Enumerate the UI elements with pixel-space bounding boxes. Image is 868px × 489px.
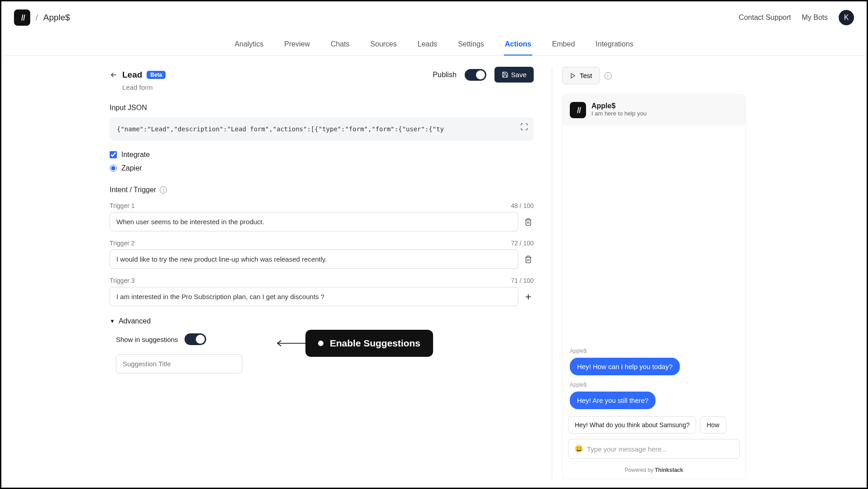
tab-chats[interactable]: Chats [330,34,351,55]
show-suggestions-toggle[interactable] [185,333,206,345]
publish-toggle[interactable] [465,69,486,81]
chat-widget: Apple$ I am here to help you Apple$ Hey!… [562,94,746,479]
chat-header: Apple$ I am here to help you [563,95,745,125]
disclosure-icon: ▼ [110,318,115,324]
trigger-3-label: Trigger 3 [110,277,135,284]
intent-label: Intent / Trigger [110,186,156,194]
editor-column: Lead Beta Publish Save Lead form Input J… [110,67,552,479]
integrate-checkbox[interactable] [110,151,117,158]
zapier-label: Zapier [121,164,142,172]
trigger-1-count: 48 / 100 [511,202,534,209]
chat-logo [570,102,586,118]
callout-text: Enable Suggestions [330,338,420,349]
topbar-left: / Apple$ [14,9,70,26]
action-subtitle: Lead form [122,83,534,91]
tab-integrations[interactable]: Integrations [595,34,634,55]
tab-analytics[interactable]: Analytics [234,34,264,55]
chat-subtitle: I am here to help you [591,110,646,117]
trigger-2: Trigger 2 72 / 100 [110,240,534,269]
chat-bubble-1: Hey! How can I help you today? [570,358,680,375]
chat-body: Apple$ Hey! How can I help you today? Ap… [563,125,745,416]
app-logo[interactable] [14,9,30,26]
my-bots-link[interactable]: My Bots [802,14,828,22]
test-info-icon[interactable]: i [605,72,612,79]
integrate-label: Integrate [121,151,150,159]
publish-label: Publish [433,71,456,79]
main: Lead Beta Publish Save Lead form Input J… [1,56,867,479]
advanced-toggle[interactable]: ▼ Advanced [110,317,534,325]
action-header: Lead Beta Publish Save [110,67,534,83]
chat-input-row: 😀 Type your message here... [563,434,745,464]
save-button[interactable]: Save [494,67,534,83]
trigger-add[interactable] [523,291,534,302]
trash-icon [524,255,532,263]
emoji-icon[interactable]: 😀 [575,445,583,453]
action-title: Lead [122,70,142,80]
suggestions-row: Show in suggestions Enable Suggestions [116,333,534,345]
chat-sender-2: Apple$ [570,382,738,388]
svg-marker-1 [571,73,575,78]
input-json-label: Input JSON [110,104,534,112]
contact-support-link[interactable]: Contact Support [739,14,791,22]
trash-icon [524,218,532,226]
trigger-2-input[interactable] [110,249,518,269]
tab-sources[interactable]: Sources [369,34,398,55]
suggestion-title-input[interactable] [116,354,242,374]
chat-bubble-2: Hey! Are you still there? [570,392,656,409]
test-button-label: Test [580,72,592,79]
zapier-radio[interactable] [110,165,117,172]
tab-leads[interactable]: Leads [417,34,439,55]
expand-icon[interactable] [520,123,528,131]
json-value: {"name":"Lead","description":"Lead form"… [117,125,444,133]
trigger-1-delete[interactable] [523,217,534,227]
advanced-label: Advanced [119,317,151,325]
zapier-row: Zapier [110,164,534,172]
trigger-2-delete[interactable] [523,254,534,265]
chat-suggestion-2[interactable]: How [700,416,726,434]
chat-input-placeholder: Type your message here... [587,445,667,453]
breadcrumb-sep: / [36,13,38,23]
trigger-1: Trigger 1 48 / 100 [110,202,534,231]
tab-actions[interactable]: Actions [504,34,532,55]
chat-title: Apple$ [591,102,646,110]
chat-suggestion-1[interactable]: Hey! What do you think about Samsung? [568,416,696,434]
tab-preview[interactable]: Preview [283,34,311,55]
chat-footer: Powered by Thinkstack [563,464,745,479]
integbate-row: Integrate [110,151,534,159]
intent-row: Intent / Trigger i [110,186,534,194]
trigger-2-label: Trigger 2 [110,240,135,247]
show-suggestions-label: Show in suggestions [116,336,178,343]
test-button[interactable]: Test [562,67,600,84]
trigger-3-input[interactable] [110,287,518,306]
powered-by-brand[interactable]: Thinkstack [655,467,683,473]
save-icon [502,71,508,78]
tab-embed[interactable]: Embed [551,34,576,55]
back-arrow-icon[interactable] [110,71,118,79]
topbar-right: Contact Support My Bots K [739,10,854,25]
info-icon[interactable]: i [160,186,167,194]
save-button-label: Save [511,71,526,78]
bot-name[interactable]: Apple$ [43,13,70,23]
trigger-2-count: 72 / 100 [511,240,534,247]
topbar: / Apple$ Contact Support My Bots K [1,1,867,34]
preview-column: Test i Apple$ I am here to help you Appl… [552,67,746,479]
json-box[interactable]: {"name":"Lead","description":"Lead form"… [110,117,534,141]
plus-icon [524,292,533,301]
chat-input[interactable]: 😀 Type your message here... [568,439,740,459]
chat-sender-1: Apple$ [570,348,738,354]
callout-dot-icon [318,341,323,346]
callout: Enable Suggestions [305,330,433,357]
trigger-1-input[interactable] [110,212,518,231]
avatar[interactable]: K [839,10,854,25]
play-icon [570,73,576,79]
beta-badge: Beta [147,71,166,79]
trigger-3-count: 71 / 100 [511,277,534,284]
test-row: Test i [562,67,746,84]
callout-arrow-icon [273,339,305,347]
trigger-1-label: Trigger 1 [110,202,135,209]
nav-tabs: Analytics Preview Chats Sources Leads Se… [1,34,867,56]
powered-by-text: Powered by [625,467,655,473]
chat-suggestions: Hey! What do you think about Samsung? Ho… [563,416,745,434]
tab-settings[interactable]: Settings [457,34,485,55]
trigger-3: Trigger 3 71 / 100 [110,277,534,306]
